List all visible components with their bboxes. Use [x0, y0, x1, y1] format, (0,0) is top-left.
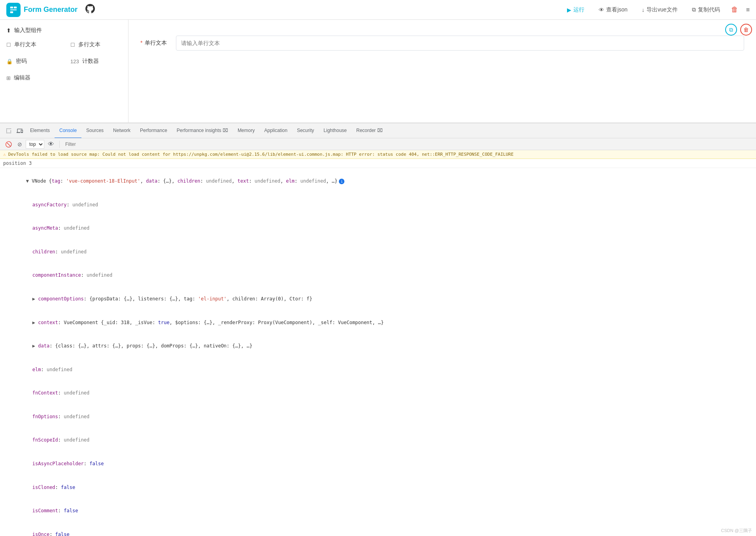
run-icon: ▶: [567, 7, 571, 13]
more-button[interactable]: ≡: [746, 6, 750, 13]
tab-sources-label: Sources: [86, 128, 104, 133]
run-button[interactable]: ▶ 运行: [564, 5, 588, 15]
copy-code-button[interactable]: ⧉ 复制代码: [689, 5, 723, 15]
toolbar-level-select[interactable]: top: [26, 140, 44, 149]
svg-rect-2: [10, 9, 17, 10]
prop-componentInstance: componentInstance: undefined: [0, 264, 756, 287]
console-warning-line: ⚠ DevTools failed to load source map: Co…: [0, 150, 756, 159]
multi-text-icon: ☐: [70, 42, 75, 48]
form-preview-header: ⧉ 🗑: [725, 24, 752, 36]
prop-elm: elm: undefined: [0, 358, 756, 382]
warning-icon: ⚠: [3, 152, 6, 157]
prop-isOnce: isOnce: false: [0, 523, 756, 536]
tab-memory[interactable]: Memory: [233, 123, 259, 138]
tab-recorder[interactable]: Recorder ⌧: [352, 123, 387, 138]
svg-rect-1: [14, 6, 17, 8]
header-actions: ▶ 运行 👁 查看json ↓ 导出vue文件 ⧉ 复制代码 🗑 ≡: [564, 5, 750, 15]
tab-console-label: Console: [59, 128, 77, 133]
app-title-text: Form Generator: [24, 6, 77, 14]
toolbar-filter-input[interactable]: [63, 141, 753, 148]
sidebar: ⬆ 输入型组件 ☐ 单行文本 ☐ 多行文本 🔒 密码 123 计数器 ⊞ 编辑器: [0, 20, 129, 123]
copy-code-label: 复制代码: [698, 6, 720, 13]
position-line: position 3: [0, 159, 756, 168]
tab-elements-label: Elements: [30, 128, 50, 133]
tab-performance-insights-label: Performance insights ⌧: [177, 128, 228, 133]
position-text: position 3: [3, 160, 32, 166]
field-label-text: 单行文本: [145, 40, 167, 46]
input-component-icon: ⬆: [6, 27, 11, 34]
tab-memory-label: Memory: [238, 128, 255, 133]
prop-fnScopeId: fnScopeId: undefined: [0, 428, 756, 452]
view-json-button[interactable]: 👁 查看json: [595, 5, 631, 15]
counter-label: 计数器: [82, 58, 99, 65]
prop-fnOptions: fnOptions: undefined: [0, 405, 756, 429]
vnode-toggle-arrow[interactable]: ▼: [26, 178, 32, 184]
warning-text: DevTools failed to load source map: Coul…: [8, 152, 514, 157]
tab-performance-insights[interactable]: Performance insights ⌧: [172, 123, 233, 138]
download-icon: ↓: [642, 7, 644, 13]
copy-icon: ⧉: [692, 6, 696, 13]
preview-delete-button[interactable]: 🗑: [740, 24, 752, 36]
devtools-panel: Elements Console Sources Network Perform…: [0, 123, 756, 536]
prop-isCloned: isCloned: false: [0, 476, 756, 499]
eye-icon: 👁: [599, 7, 604, 13]
prop-children: children: undefined: [0, 240, 756, 264]
vnode-tree: ▼ VNode {tag: 'vue-component-18-ElInput'…: [0, 168, 756, 536]
tab-performance-label: Performance: [140, 128, 167, 133]
app-logo: Form Generator: [6, 3, 95, 17]
prop-componentOptions[interactable]: ▶ componentOptions: {propsData: {…}, lis…: [0, 287, 756, 311]
toolbar-block-button[interactable]: ⊘: [15, 140, 24, 149]
delete-button[interactable]: 🗑: [731, 6, 738, 14]
multi-text-label: 多行文本: [78, 41, 100, 48]
required-mark: *: [140, 40, 144, 46]
editor-icon: ⊞: [6, 75, 11, 81]
github-icon[interactable]: [85, 4, 95, 16]
prop-asyncMeta: asyncMeta: undefined: [0, 217, 756, 240]
sidebar-item-multi-text[interactable]: ☐ 多行文本: [64, 36, 128, 53]
toolbar-clear-button[interactable]: 🚫: [3, 140, 14, 149]
prop-isAsyncPlaceholder: isAsyncPlaceholder: false: [0, 452, 756, 476]
tab-performance[interactable]: Performance: [135, 123, 172, 138]
password-label: 密码: [16, 58, 27, 65]
prop-asyncFactory: asyncFactory: undefined: [0, 193, 756, 217]
sidebar-items-grid: ☐ 单行文本 ☐ 多行文本 🔒 密码 123 计数器 ⊞ 编辑器: [0, 36, 128, 86]
main-content: ⬆ 输入型组件 ☐ 单行文本 ☐ 多行文本 🔒 密码 123 计数器 ⊞ 编辑器: [0, 20, 756, 123]
single-text-icon: ☐: [6, 42, 11, 48]
sidebar-item-counter[interactable]: 123 计数器: [64, 53, 128, 70]
form-field-row: * 单行文本: [140, 36, 744, 51]
form-field-label: * 单行文本: [140, 40, 176, 47]
sidebar-item-password[interactable]: 🔒 密码: [0, 53, 64, 70]
tab-network[interactable]: Network: [108, 123, 135, 138]
sidebar-section-label: 输入型组件: [14, 27, 42, 34]
preview-copy-button[interactable]: ⧉: [725, 24, 737, 36]
info-icon: i: [339, 179, 344, 184]
form-field-input[interactable]: [176, 36, 744, 51]
toolbar-divider: [59, 141, 60, 148]
devtools-tabs: Elements Console Sources Network Perform…: [0, 123, 756, 138]
devtools-toolbar: 🚫 ⊘ top 👁: [0, 138, 756, 150]
prop-context[interactable]: ▶ context: VueComponent {_uid: 318, _isV…: [0, 311, 756, 334]
prop-data[interactable]: ▶ data: {class: {…}, attrs: {…}, props: …: [0, 334, 756, 358]
tab-elements[interactable]: Elements: [25, 123, 55, 138]
tab-console[interactable]: Console: [55, 123, 81, 138]
counter-icon: 123: [70, 59, 79, 64]
tab-lighthouse[interactable]: Lighthouse: [319, 123, 352, 138]
sidebar-section-title: ⬆ 输入型组件: [0, 25, 128, 36]
tab-sources[interactable]: Sources: [81, 123, 108, 138]
prop-fnContext: fnContext: undefined: [0, 381, 756, 405]
export-button[interactable]: ↓ 导出vue文件: [639, 5, 681, 15]
view-json-label: 查看json: [606, 6, 627, 13]
tab-security[interactable]: Security: [292, 123, 319, 138]
logo-icon: [6, 3, 21, 17]
sidebar-item-editor[interactable]: ⊞ 编辑器: [0, 70, 64, 86]
devtools-responsive-icon[interactable]: [14, 126, 25, 136]
run-label: 运行: [573, 6, 584, 13]
app-header: Form Generator ▶ 运行 👁 查看json ↓ 导出vue文件 ⧉…: [0, 0, 756, 20]
watermark: CSDN @三隅子: [721, 528, 752, 534]
single-text-label: 单行文本: [14, 41, 36, 48]
sidebar-item-single-text[interactable]: ☐ 单行文本: [0, 36, 64, 53]
tab-application[interactable]: Application: [259, 123, 292, 138]
devtools-inspect-icon[interactable]: [3, 126, 14, 136]
tab-network-label: Network: [113, 128, 130, 133]
toolbar-eye-icon[interactable]: 👁: [46, 140, 56, 149]
